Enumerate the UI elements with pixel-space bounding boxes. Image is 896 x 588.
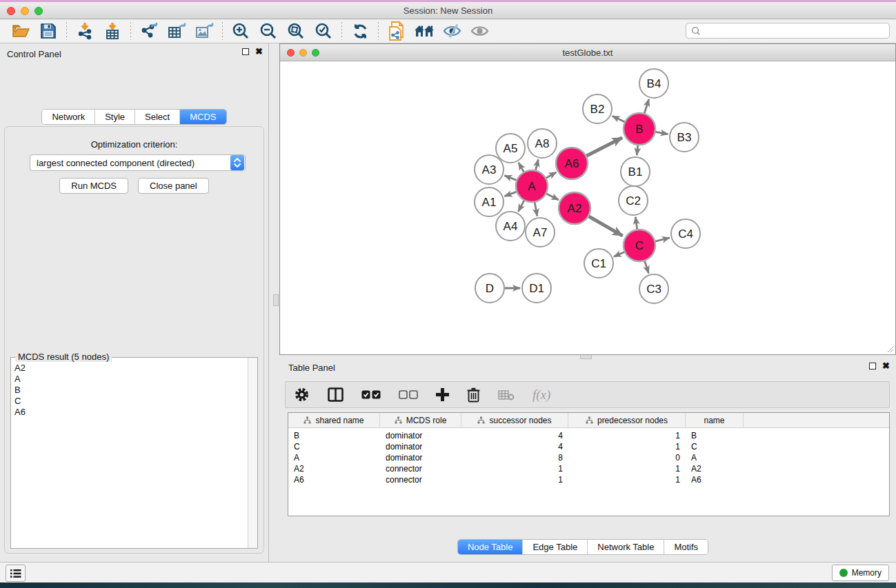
table-row[interactable]: A6connector11A6	[288, 474, 889, 485]
table-cell[interactable]: B	[686, 431, 744, 440]
table-cell[interactable]: A2	[288, 464, 380, 474]
node-D[interactable]: D	[475, 274, 504, 303]
tab-mcds[interactable]: MCDS	[180, 110, 226, 124]
table-cell[interactable]: connector	[380, 464, 461, 474]
search-box[interactable]	[686, 23, 890, 39]
network-window-titlebar[interactable]: testGlobe.txt	[280, 44, 895, 61]
table-cell[interactable]: 1	[461, 475, 568, 485]
resize-grip-icon[interactable]	[886, 345, 894, 353]
table-cell[interactable]: C	[288, 442, 380, 452]
float-panel-icon[interactable]	[242, 48, 249, 55]
node-B4[interactable]: B4	[639, 69, 668, 98]
node-A[interactable]: A	[516, 170, 548, 202]
birdseye-view-button[interactable]	[466, 21, 493, 41]
tab-motifs[interactable]: Motifs	[664, 540, 708, 554]
settings-button[interactable]	[294, 387, 310, 403]
export-network-button[interactable]	[135, 21, 163, 41]
tab-edge-table[interactable]: Edge Table	[523, 540, 588, 554]
new-session-button[interactable]	[383, 21, 410, 41]
table-cell[interactable]: dominator	[380, 442, 461, 452]
delete-columns-button[interactable]	[467, 387, 480, 403]
table-cell[interactable]: A	[288, 453, 380, 463]
tab-network[interactable]: Network	[42, 110, 95, 124]
node-B[interactable]: B	[624, 113, 655, 145]
zoom-out-button[interactable]	[255, 21, 282, 41]
node-C4[interactable]: C4	[671, 219, 700, 248]
tab-style[interactable]: Style	[95, 110, 135, 124]
refresh-button[interactable]	[346, 21, 374, 41]
search-input[interactable]	[701, 25, 889, 37]
table-cell[interactable]: 1	[461, 464, 568, 474]
close-panel-button[interactable]: Close panel	[138, 178, 209, 194]
table-cell[interactable]: dominator	[380, 453, 461, 463]
column-header-shared-name[interactable]: shared name	[288, 413, 380, 427]
function-builder-button[interactable]: f(x)	[532, 387, 550, 403]
result-item[interactable]: A2	[14, 363, 244, 374]
node-C2[interactable]: C2	[619, 186, 648, 215]
criterion-dropdown[interactable]: largest connected component (directed)	[30, 154, 246, 171]
table-row[interactable]: A2connector11A2	[288, 463, 889, 474]
import-network-button[interactable]	[71, 21, 99, 41]
vertical-splitter-handle[interactable]	[273, 294, 279, 306]
node-A8[interactable]: A8	[528, 129, 557, 158]
import-table-button[interactable]	[99, 21, 126, 41]
export-image-button[interactable]	[190, 21, 218, 41]
window-titlebar[interactable]: Session: New Session	[0, 2, 896, 19]
node-D1[interactable]: D1	[522, 274, 551, 303]
open-file-button[interactable]	[7, 21, 34, 41]
task-history-button[interactable]	[6, 565, 26, 582]
table-cell[interactable]: 4	[461, 431, 568, 440]
save-session-button[interactable]	[34, 21, 62, 41]
node-B2[interactable]: B2	[583, 94, 612, 123]
tab-network-table[interactable]: Network Table	[588, 540, 664, 554]
table-cell[interactable]: 1	[568, 464, 686, 474]
split-view-button[interactable]	[328, 387, 344, 402]
column-header-successor-nodes[interactable]: successor nodes	[461, 413, 568, 427]
tab-node-table[interactable]: Node Table	[458, 540, 524, 554]
add-column-button[interactable]	[436, 388, 449, 401]
table-cell[interactable]: B	[288, 431, 380, 440]
select-all-button[interactable]	[361, 390, 381, 400]
column-header-predecessor-nodes[interactable]: predecessor nodes	[568, 413, 686, 427]
node-A6[interactable]: A6	[556, 148, 588, 179]
result-item[interactable]: A	[14, 374, 244, 385]
float-table-panel-icon[interactable]	[869, 363, 876, 369]
column-header-name[interactable]: name	[686, 413, 744, 427]
delete-table-button[interactable]	[498, 389, 515, 401]
node-A7[interactable]: A7	[526, 218, 555, 247]
zoom-fit-button[interactable]	[282, 21, 310, 41]
node-C1[interactable]: C1	[584, 249, 613, 278]
zoom-in-button[interactable]	[227, 21, 255, 41]
table-cell[interactable]: connector	[380, 475, 461, 485]
memory-button[interactable]: Memory	[832, 565, 889, 581]
run-mcds-button[interactable]: Run MCDS	[59, 178, 128, 194]
table-cell[interactable]: dominator	[380, 431, 461, 440]
visual-properties-button[interactable]	[438, 21, 466, 41]
node-B1[interactable]: B1	[621, 157, 650, 186]
export-table-button[interactable]	[163, 21, 190, 41]
table-cell[interactable]: 0	[568, 453, 686, 463]
table-cell[interactable]: A	[686, 453, 744, 463]
table-cell[interactable]: 4	[461, 442, 568, 452]
node-A1[interactable]: A1	[475, 187, 504, 216]
network-view-window[interactable]: testGlobe.txt AA1A2A3A4A5A6A7A8BB1B2B3B4…	[279, 43, 896, 355]
table-cell[interactable]: A6	[288, 475, 380, 485]
table-cell[interactable]: A2	[686, 464, 744, 474]
table-cell[interactable]: 1	[568, 431, 686, 440]
home-button[interactable]	[410, 21, 438, 41]
zoom-selected-button[interactable]	[310, 21, 337, 41]
result-scrollbar[interactable]	[248, 358, 257, 548]
node-A3[interactable]: A3	[475, 155, 504, 184]
column-header-MCDS-role[interactable]: MCDS role	[380, 413, 461, 427]
result-item[interactable]: C	[14, 396, 244, 407]
node-A2[interactable]: A2	[559, 192, 590, 224]
deselect-all-button[interactable]	[399, 390, 418, 400]
table-cell[interactable]: 1	[568, 442, 686, 452]
close-table-panel-icon[interactable]: ✖	[882, 363, 890, 369]
node-A4[interactable]: A4	[496, 212, 525, 241]
horizontal-splitter-handle[interactable]	[580, 354, 592, 359]
network-canvas[interactable]: AA1A2A3A4A5A6A7A8BB1B2B3B4CC1C2C3C4DD1	[280, 61, 895, 354]
node-C[interactable]: C	[624, 230, 655, 261]
close-panel-icon[interactable]: ✖	[255, 48, 263, 55]
table-row[interactable]: Cdominator41C	[288, 441, 889, 452]
